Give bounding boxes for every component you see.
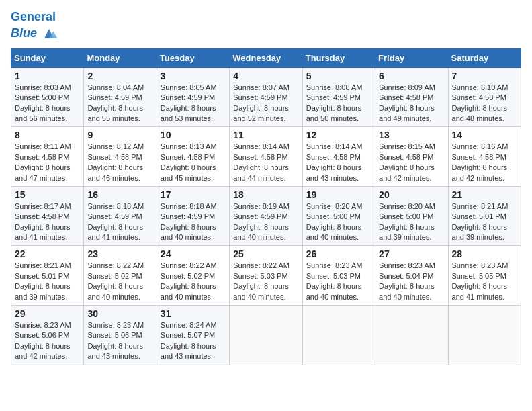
logo-text: General bbox=[11, 11, 58, 24]
calendar-cell: 31 Sunrise: 8:24 AM Sunset: 5:07 PM Dayl… bbox=[157, 306, 229, 365]
day-info: Sunrise: 8:04 AM Sunset: 4:59 PM Dayligh… bbox=[87, 83, 152, 124]
day-number: 16 bbox=[87, 189, 152, 200]
calendar-cell: 28 Sunrise: 8:23 AM Sunset: 5:05 PM Dayl… bbox=[448, 246, 521, 306]
calendar-cell: 23 Sunrise: 8:22 AM Sunset: 5:02 PM Dayl… bbox=[84, 246, 157, 306]
calendar-cell: 30 Sunrise: 8:23 AM Sunset: 5:06 PM Dayl… bbox=[84, 306, 157, 365]
day-number: 6 bbox=[379, 71, 444, 81]
day-info: Sunrise: 8:07 AM Sunset: 4:59 PM Dayligh… bbox=[233, 83, 298, 124]
calendar-cell: 5 Sunrise: 8:08 AM Sunset: 4:59 PM Dayli… bbox=[302, 67, 375, 127]
day-info: Sunrise: 8:14 AM Sunset: 4:58 PM Dayligh… bbox=[233, 142, 298, 183]
day-number: 25 bbox=[233, 248, 298, 259]
day-info: Sunrise: 8:21 AM Sunset: 5:01 PM Dayligh… bbox=[15, 261, 80, 302]
calendar-week-row: 29 Sunrise: 8:23 AM Sunset: 5:06 PM Dayl… bbox=[11, 306, 521, 365]
day-info: Sunrise: 8:22 AM Sunset: 5:03 PM Dayligh… bbox=[233, 261, 298, 302]
day-info: Sunrise: 8:23 AM Sunset: 5:06 PM Dayligh… bbox=[15, 320, 80, 362]
calendar-cell: 9 Sunrise: 8:12 AM Sunset: 4:58 PM Dayli… bbox=[84, 127, 157, 187]
calendar-cell: 15 Sunrise: 8:17 AM Sunset: 4:58 PM Dayl… bbox=[11, 186, 84, 246]
day-number: 14 bbox=[452, 130, 517, 140]
calendar-cell: 19 Sunrise: 8:20 AM Sunset: 5:00 PM Dayl… bbox=[302, 186, 375, 246]
day-info: Sunrise: 8:20 AM Sunset: 5:00 PM Dayligh… bbox=[379, 201, 444, 243]
calendar-header-row: SundayMondayTuesdayWednesdayThursdayFrid… bbox=[11, 48, 521, 67]
day-number: 13 bbox=[379, 130, 444, 140]
calendar-cell: 21 Sunrise: 8:21 AM Sunset: 5:01 PM Dayl… bbox=[448, 186, 521, 246]
calendar-cell: 12 Sunrise: 8:14 AM Sunset: 4:58 PM Dayl… bbox=[302, 127, 375, 187]
day-number: 21 bbox=[452, 189, 517, 200]
page-header: General Blue bbox=[11, 11, 521, 43]
day-number: 3 bbox=[161, 71, 226, 81]
calendar-cell: 24 Sunrise: 8:22 AM Sunset: 5:02 PM Dayl… bbox=[157, 246, 229, 306]
day-number: 2 bbox=[87, 71, 152, 81]
day-number: 5 bbox=[306, 71, 371, 81]
day-number: 22 bbox=[15, 248, 80, 259]
calendar-cell: 18 Sunrise: 8:19 AM Sunset: 4:59 PM Dayl… bbox=[230, 186, 302, 246]
day-number: 10 bbox=[161, 130, 226, 140]
day-info: Sunrise: 8:23 AM Sunset: 5:03 PM Dayligh… bbox=[306, 261, 371, 302]
calendar-week-row: 1 Sunrise: 8:03 AM Sunset: 5:00 PM Dayli… bbox=[11, 67, 521, 127]
day-number: 9 bbox=[87, 130, 152, 140]
day-info: Sunrise: 8:20 AM Sunset: 5:00 PM Dayligh… bbox=[306, 201, 371, 243]
calendar-cell: 16 Sunrise: 8:18 AM Sunset: 4:59 PM Dayl… bbox=[84, 186, 157, 246]
day-info: Sunrise: 8:16 AM Sunset: 4:58 PM Dayligh… bbox=[452, 142, 517, 183]
day-number: 11 bbox=[233, 130, 298, 140]
day-of-week-header: Wednesday bbox=[230, 48, 302, 67]
day-of-week-header: Tuesday bbox=[157, 48, 229, 67]
day-number: 31 bbox=[161, 308, 226, 319]
day-number: 24 bbox=[161, 248, 226, 259]
calendar-cell: 20 Sunrise: 8:20 AM Sunset: 5:00 PM Dayl… bbox=[375, 186, 448, 246]
day-number: 7 bbox=[452, 71, 517, 81]
day-number: 19 bbox=[306, 189, 371, 200]
calendar-cell bbox=[302, 306, 375, 365]
day-number: 4 bbox=[233, 71, 298, 81]
day-info: Sunrise: 8:24 AM Sunset: 5:07 PM Dayligh… bbox=[161, 320, 226, 362]
day-of-week-header: Friday bbox=[375, 48, 448, 67]
day-info: Sunrise: 8:05 AM Sunset: 4:59 PM Dayligh… bbox=[161, 83, 226, 124]
calendar-cell: 3 Sunrise: 8:05 AM Sunset: 4:59 PM Dayli… bbox=[157, 67, 229, 127]
day-of-week-header: Sunday bbox=[11, 48, 84, 67]
calendar-week-row: 22 Sunrise: 8:21 AM Sunset: 5:01 PM Dayl… bbox=[11, 246, 521, 306]
calendar-cell: 27 Sunrise: 8:23 AM Sunset: 5:04 PM Dayl… bbox=[375, 246, 448, 306]
day-info: Sunrise: 8:23 AM Sunset: 5:04 PM Dayligh… bbox=[379, 261, 444, 302]
day-info: Sunrise: 8:22 AM Sunset: 5:02 PM Dayligh… bbox=[161, 261, 226, 302]
day-number: 27 bbox=[379, 248, 444, 259]
day-info: Sunrise: 8:17 AM Sunset: 4:58 PM Dayligh… bbox=[15, 201, 80, 243]
calendar-cell: 29 Sunrise: 8:23 AM Sunset: 5:06 PM Dayl… bbox=[11, 306, 84, 365]
calendar-table: SundayMondayTuesdayWednesdayThursdayFrid… bbox=[11, 48, 521, 365]
logo: General Blue bbox=[11, 11, 58, 43]
calendar-cell: 17 Sunrise: 8:18 AM Sunset: 4:59 PM Dayl… bbox=[157, 186, 229, 246]
day-number: 17 bbox=[161, 189, 226, 200]
day-info: Sunrise: 8:15 AM Sunset: 4:58 PM Dayligh… bbox=[379, 142, 444, 183]
day-number: 15 bbox=[15, 189, 80, 200]
logo-icon bbox=[40, 24, 58, 43]
day-number: 1 bbox=[15, 71, 80, 81]
calendar-cell: 2 Sunrise: 8:04 AM Sunset: 4:59 PM Dayli… bbox=[84, 67, 157, 127]
day-number: 12 bbox=[306, 130, 371, 140]
day-number: 28 bbox=[452, 248, 517, 259]
day-of-week-header: Monday bbox=[84, 48, 157, 67]
day-info: Sunrise: 8:23 AM Sunset: 5:05 PM Dayligh… bbox=[452, 261, 517, 302]
calendar-cell: 11 Sunrise: 8:14 AM Sunset: 4:58 PM Dayl… bbox=[230, 127, 302, 187]
day-number: 26 bbox=[306, 248, 371, 259]
day-info: Sunrise: 8:18 AM Sunset: 4:59 PM Dayligh… bbox=[87, 201, 152, 243]
calendar-cell: 6 Sunrise: 8:09 AM Sunset: 4:58 PM Dayli… bbox=[375, 67, 448, 127]
day-info: Sunrise: 8:23 AM Sunset: 5:06 PM Dayligh… bbox=[87, 320, 152, 362]
calendar-cell bbox=[230, 306, 302, 365]
calendar-cell bbox=[448, 306, 521, 365]
calendar-cell: 10 Sunrise: 8:13 AM Sunset: 4:58 PM Dayl… bbox=[157, 127, 229, 187]
day-info: Sunrise: 8:13 AM Sunset: 4:58 PM Dayligh… bbox=[161, 142, 226, 183]
day-number: 18 bbox=[233, 189, 298, 200]
calendar-cell bbox=[375, 306, 448, 365]
day-of-week-header: Saturday bbox=[448, 48, 521, 67]
calendar-cell: 14 Sunrise: 8:16 AM Sunset: 4:58 PM Dayl… bbox=[448, 127, 521, 187]
day-number: 30 bbox=[87, 308, 152, 319]
calendar-cell: 13 Sunrise: 8:15 AM Sunset: 4:58 PM Dayl… bbox=[375, 127, 448, 187]
calendar-cell: 26 Sunrise: 8:23 AM Sunset: 5:03 PM Dayl… bbox=[302, 246, 375, 306]
calendar-cell: 22 Sunrise: 8:21 AM Sunset: 5:01 PM Dayl… bbox=[11, 246, 84, 306]
day-info: Sunrise: 8:14 AM Sunset: 4:58 PM Dayligh… bbox=[306, 142, 371, 183]
day-info: Sunrise: 8:12 AM Sunset: 4:58 PM Dayligh… bbox=[87, 142, 152, 183]
day-number: 29 bbox=[15, 308, 80, 319]
day-info: Sunrise: 8:08 AM Sunset: 4:59 PM Dayligh… bbox=[306, 83, 371, 124]
day-info: Sunrise: 8:18 AM Sunset: 4:59 PM Dayligh… bbox=[161, 201, 226, 243]
calendar-cell: 25 Sunrise: 8:22 AM Sunset: 5:03 PM Dayl… bbox=[230, 246, 302, 306]
calendar-cell: 4 Sunrise: 8:07 AM Sunset: 4:59 PM Dayli… bbox=[230, 67, 302, 127]
day-number: 23 bbox=[87, 248, 152, 259]
